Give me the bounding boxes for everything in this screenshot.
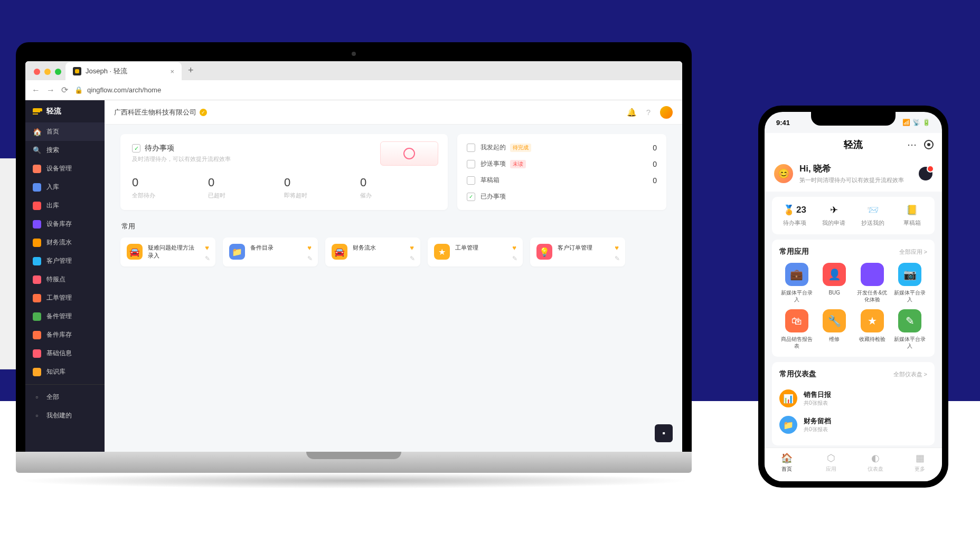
forward-button[interactable]: →: [46, 85, 55, 95]
quick-stat-item[interactable]: 📨抄送我的: [853, 204, 892, 227]
sidebar-footer-item[interactable]: ▫全部: [25, 388, 105, 406]
mobile-app-item[interactable]: 📷新媒体平台录入: [893, 263, 928, 303]
checkbox-icon: [467, 144, 475, 152]
edit-icon[interactable]: ✎: [615, 255, 620, 262]
status-tag: 待完成: [510, 144, 531, 152]
todo-stat[interactable]: 0全部待办: [132, 176, 208, 199]
sidebar-item-label: 基础信息: [46, 349, 72, 358]
sidebar-item-in[interactable]: 入库: [25, 178, 105, 196]
app-card[interactable]: 💡客户订单管理♥✎: [530, 237, 625, 266]
quick-stat-item[interactable]: 📒草稿箱: [892, 204, 931, 227]
dashboard-subtitle: 共0张报表: [804, 426, 831, 433]
sidebar-item-kb[interactable]: 知识库: [25, 363, 105, 381]
star-icon[interactable]: ♥: [205, 244, 209, 252]
target-icon[interactable]: [924, 140, 934, 149]
help-icon[interactable]: ?: [646, 108, 651, 117]
phone-tab-0[interactable]: 🏠首页: [765, 452, 809, 473]
mobile-app-item[interactable]: 💼新媒体平台录入: [779, 263, 814, 303]
sidebar-item-base[interactable]: 基础信息: [25, 344, 105, 363]
status-row[interactable]: 抄送事项未读0: [467, 156, 657, 172]
quick-stat-item[interactable]: 🏅23待办事项: [775, 204, 814, 227]
mobile-app-icon: ★: [861, 309, 884, 332]
dashboard-subtitle: 共0张报表: [804, 399, 831, 407]
sidebar-item-search[interactable]: 🔍搜索: [25, 141, 105, 159]
status-row[interactable]: 我发起的待完成0: [467, 139, 657, 156]
float-action-button[interactable]: ▪: [655, 424, 673, 442]
sidebar-item-label: 入库: [46, 183, 59, 192]
app-card[interactable]: 🚘财务流水♥✎: [325, 237, 420, 266]
app-card[interactable]: 📁备件目录♥✎: [223, 237, 318, 266]
new-tab-button[interactable]: +: [182, 61, 200, 80]
avatar[interactable]: [660, 106, 673, 119]
bell-icon[interactable]: 🔔: [627, 108, 637, 117]
phone-tab-3[interactable]: ▦更多: [898, 452, 942, 473]
user-avatar[interactable]: 😊: [774, 164, 793, 183]
star-icon[interactable]: ♥: [615, 244, 619, 252]
phone-app-title: 轻流: [844, 138, 863, 151]
greeting-subtitle: 第一时间清理待办可以有效提升流程效率: [799, 176, 904, 184]
phone-tab-1[interactable]: ⬡应用: [809, 452, 853, 473]
dashboard-item[interactable]: 📁财务留档共0张报表: [779, 412, 927, 438]
sidebar-item-stock[interactable]: 设备库存: [25, 215, 105, 233]
more-icon[interactable]: ⋯: [907, 139, 917, 150]
app-bar: 广西科匠生物科技有限公司 ✓ 🔔 ?: [105, 100, 682, 125]
edit-icon[interactable]: ✎: [410, 255, 415, 262]
tab-icon: 🏠: [765, 452, 809, 464]
edit-icon[interactable]: ✎: [205, 255, 210, 262]
star-icon[interactable]: ♥: [512, 244, 516, 252]
sidebar-item-out[interactable]: 出库: [25, 196, 105, 215]
back-button[interactable]: ←: [32, 85, 40, 95]
stat-label: 催办: [360, 192, 436, 199]
edit-icon[interactable]: ✎: [512, 255, 517, 262]
logo-icon: [33, 108, 42, 115]
sidebar-item-pstock[interactable]: 备件库存: [25, 326, 105, 344]
todo-stat[interactable]: 0已超时: [208, 176, 284, 199]
all-apps-link[interactable]: 全部应用 >: [899, 248, 927, 256]
star-icon[interactable]: ♥: [307, 244, 312, 252]
sidebar-item-ticket[interactable]: 工单管理: [25, 289, 105, 307]
app-card[interactable]: 🚘疑难问题处理方法录入♥✎: [120, 237, 215, 266]
search-icon: 🔍: [33, 146, 41, 155]
sidebar-item-money[interactable]: 财务流水: [25, 233, 105, 252]
sidebar-footer-item[interactable]: ▫我创建的: [25, 406, 105, 425]
mobile-app-item[interactable]: 🛍商品销售报告表: [779, 309, 814, 349]
status-row[interactable]: 草稿箱0: [467, 172, 657, 188]
quick-icon: 📒: [892, 204, 931, 216]
url-bar[interactable]: 🔒 qingflow.com/arch/home: [74, 86, 676, 94]
phone-time: 9:41: [776, 119, 790, 127]
sidebar-item-home[interactable]: 🏠首页: [25, 122, 105, 141]
notification-icon[interactable]: [919, 167, 932, 180]
tab-title: Joseph · 轻流: [86, 66, 127, 76]
mobile-app-item[interactable]: 👤BUG: [817, 263, 852, 303]
reload-button[interactable]: ⟳: [61, 85, 68, 95]
checkbox-icon: [467, 193, 475, 201]
app-card[interactable]: ★工单管理♥✎: [428, 237, 523, 266]
window-close-icon[interactable]: [34, 69, 40, 75]
phone-header: 轻流 ⋯: [765, 133, 942, 157]
quick-stat-item[interactable]: ✈我的申请: [814, 204, 853, 227]
mobile-app-item[interactable]: 开发任务&优化体验: [855, 263, 890, 303]
tab-close-icon[interactable]: ×: [170, 68, 174, 75]
window-maximize-icon[interactable]: [55, 69, 61, 75]
mobile-app-item[interactable]: ✎新媒体平台录入: [893, 309, 928, 349]
mobile-app-item[interactable]: 🔧维修: [817, 309, 852, 349]
mobile-app-item[interactable]: ★收藏待检验: [855, 309, 890, 349]
sidebar-item-loc[interactable]: 特服点: [25, 270, 105, 289]
sidebar-item-box[interactable]: 设备管理: [25, 159, 105, 178]
sidebar-item-cust[interactable]: 客户管理: [25, 252, 105, 270]
logo[interactable]: 轻流: [25, 100, 105, 122]
edit-icon[interactable]: ✎: [307, 255, 313, 262]
phone-tab-2[interactable]: ◐仪表盘: [853, 452, 898, 473]
window-minimize-icon[interactable]: [44, 69, 51, 75]
todo-stat[interactable]: 0催办: [360, 176, 436, 199]
mobile-app-icon: 🛍: [785, 309, 808, 332]
status-row[interactable]: 已办事项: [467, 188, 657, 205]
status-card: 我发起的待完成0抄送事项未读0草稿箱0已办事项: [457, 134, 666, 210]
dashboard-item[interactable]: 📊销售日报共0张报表: [779, 385, 927, 412]
all-dash-link[interactable]: 全部仪表盘 >: [893, 370, 927, 378]
star-icon[interactable]: ♥: [410, 244, 414, 252]
browser-tab[interactable]: Joseph · 轻流 ×: [65, 62, 182, 80]
common-apps-section: 常用应用 全部应用 > 💼新媒体平台录入👤BUG开发任务&优化体验📷新媒体平台录…: [772, 240, 935, 357]
sidebar-item-parts[interactable]: 备件管理: [25, 307, 105, 326]
todo-stat[interactable]: 0即将超时: [284, 176, 360, 199]
